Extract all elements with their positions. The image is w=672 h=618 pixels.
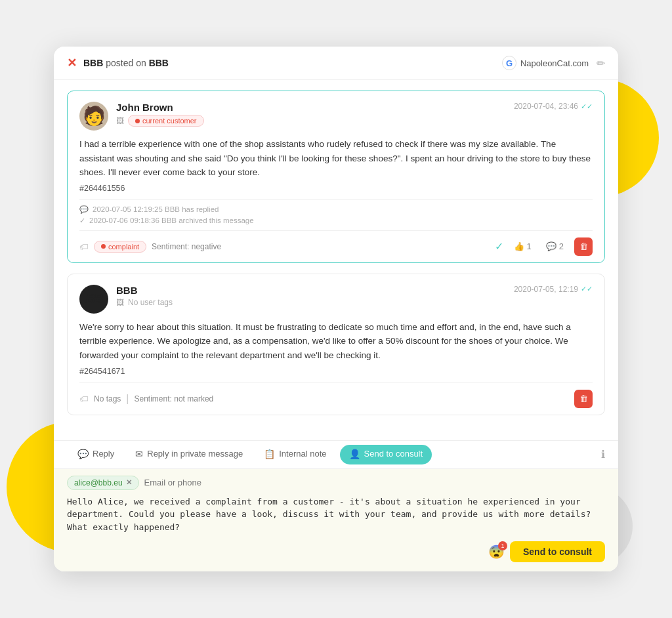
message-card-2: BB BBB 🖼 No user tags 2020-07-05, 12:19 … bbox=[67, 274, 605, 415]
msg1-footer: 🏷 complaint Sentiment: negative ✓ 👍 1 💬 bbox=[79, 230, 593, 262]
msg1-meta: 🖼 current customer bbox=[116, 115, 204, 127]
msg1-actions: ✓ 👍 1 💬 2 🗑 bbox=[495, 237, 593, 256]
reply-tab-icon: 💬 bbox=[77, 449, 89, 459]
comment-count: 2 bbox=[559, 241, 564, 251]
msg1-activity: 💬 2020-07-05 12:19:25 BBB has replied ✓ … bbox=[79, 199, 593, 230]
msg1-author: John Brown bbox=[116, 102, 204, 113]
emoji-badge: 1 bbox=[498, 541, 507, 550]
reply-activity-icon: 💬 bbox=[79, 205, 89, 214]
check-action[interactable]: ✓ bbox=[495, 240, 503, 253]
msg2-sentiment: Sentiment: not marked bbox=[135, 394, 214, 403]
msg2-meta: 🖼 No user tags bbox=[116, 298, 173, 307]
image-icon-2: 🖼 bbox=[116, 298, 124, 307]
comment-icon: 💬 bbox=[546, 241, 556, 251]
header-left: ✕ BBB posted on BBB bbox=[67, 56, 169, 70]
edit-icon[interactable]: ✏ bbox=[597, 57, 605, 70]
emoji-area: 😨 1 bbox=[488, 544, 505, 560]
close-icon[interactable]: ✕ bbox=[67, 56, 77, 70]
tag-dot bbox=[101, 244, 106, 249]
msg1-user: 🧑 John Brown 🖼 current customer bbox=[79, 102, 204, 131]
customer-dot bbox=[135, 119, 140, 123]
msg1-hash: #264461556 bbox=[79, 184, 593, 193]
card-header: ✕ BBB posted on BBB G NapoleonCat.com ✏ bbox=[54, 47, 618, 80]
header-title-bbb1: BBB bbox=[83, 58, 103, 68]
msg2-author: BBB bbox=[116, 285, 173, 296]
trash-icon-2: 🗑 bbox=[579, 394, 588, 403]
card-content: 🧑 John Brown 🖼 current customer bbox=[54, 80, 618, 440]
delete-btn-1[interactable]: 🗑 bbox=[574, 237, 593, 256]
msg2-user-info: BBB 🖼 No user tags bbox=[116, 285, 173, 307]
email-chip-text: alice@bbb.eu bbox=[74, 478, 123, 487]
tab-reply-label: Reply bbox=[93, 449, 114, 459]
napoleoncat-logo: G NapoleonCat.com bbox=[502, 56, 589, 70]
image-icon: 🖼 bbox=[116, 116, 124, 125]
note-tab-icon: 📋 bbox=[264, 449, 275, 459]
msg2-user: BB BBB 🖼 No user tags bbox=[79, 285, 173, 314]
header-right: G NapoleonCat.com ✏ bbox=[502, 56, 605, 70]
delete-btn-2[interactable]: 🗑 bbox=[574, 390, 593, 408]
complaint-tag: complaint bbox=[94, 241, 146, 253]
trash-icon-1: 🗑 bbox=[579, 241, 588, 251]
message-card-1: 🧑 John Brown 🖼 current customer bbox=[67, 91, 605, 263]
thumbs-up-icon: 👍 bbox=[514, 241, 524, 251]
msg2-time: 2020-07-05, 12:19 ✓✓ bbox=[514, 285, 593, 294]
activity-replied: 💬 2020-07-05 12:19:25 BBB has replied bbox=[79, 205, 593, 214]
header-title: BBB posted on BBB bbox=[83, 58, 169, 68]
msg1-read-icon: ✓✓ bbox=[581, 102, 593, 111]
msg1-sentiment: Sentiment: negative bbox=[152, 242, 221, 251]
archive-activity-icon: ✓ bbox=[79, 216, 85, 225]
msg2-hash: #264541671 bbox=[79, 367, 593, 376]
like-count: 1 bbox=[527, 241, 532, 251]
consult-bottom: 😨 1 Send to consult bbox=[67, 541, 605, 562]
header-title-middle: posted on bbox=[103, 58, 148, 68]
consult-tab-icon: 👤 bbox=[349, 449, 360, 459]
customer-badge-label: current customer bbox=[142, 117, 197, 125]
tab-private-label: Reply in private message bbox=[147, 449, 243, 459]
google-icon: G bbox=[502, 56, 516, 70]
avatar-john: 🧑 bbox=[79, 102, 108, 131]
consult-area: alice@bbb.eu ✕ Hello Alice, we received … bbox=[54, 468, 618, 572]
email-chip[interactable]: alice@bbb.eu ✕ bbox=[67, 476, 139, 490]
msg1-time: 2020-07-04, 23:46 ✓✓ bbox=[514, 102, 593, 111]
activity-archived-text: 2020-07-06 09:18:36 BBB archived this me… bbox=[89, 216, 254, 224]
tag-icon: 🏷 bbox=[79, 241, 89, 252]
email-chip-close[interactable]: ✕ bbox=[126, 478, 132, 487]
msg2-footer: 🏷 No tags | Sentiment: not marked 🗑 bbox=[79, 382, 593, 415]
msg2-read-icon: ✓✓ bbox=[581, 285, 593, 293]
tab-reply[interactable]: 💬 Reply bbox=[67, 441, 125, 468]
tab-note[interactable]: 📋 Internal note bbox=[253, 441, 337, 468]
bbb-logo-text: BB bbox=[86, 291, 102, 306]
msg1-user-info: John Brown 🖼 current customer bbox=[116, 102, 204, 127]
msg2-body: We're sorry to hear about this situation… bbox=[79, 320, 593, 363]
msg1-header: 🧑 John Brown 🖼 current customer bbox=[79, 102, 593, 131]
no-tags-label: No tags bbox=[94, 394, 121, 403]
tag-label: complaint bbox=[108, 243, 139, 251]
tab-note-label: Internal note bbox=[279, 449, 326, 459]
like-btn[interactable]: 👍 1 bbox=[510, 240, 536, 253]
tab-consult-label: Send to consult bbox=[364, 449, 423, 459]
private-tab-icon: ✉ bbox=[135, 449, 143, 459]
msg1-tags: 🏷 complaint Sentiment: negative bbox=[79, 241, 221, 253]
info-icon[interactable]: ℹ bbox=[601, 448, 605, 461]
avatar-person-icon: 🧑 bbox=[83, 107, 106, 125]
tab-consult[interactable]: 👤 Send to consult bbox=[340, 445, 432, 464]
tab-bar: 💬 Reply ✉ Reply in private message 📋 Int… bbox=[54, 440, 618, 468]
activity-replied-text: 2020-07-05 12:19:25 BBB has replied bbox=[93, 205, 219, 213]
msg2-header: BB BBB 🖼 No user tags 2020-07-05, 12:19 … bbox=[79, 285, 593, 314]
emoji-btn[interactable]: 😨 1 bbox=[488, 544, 505, 560]
email-row: alice@bbb.eu ✕ bbox=[67, 476, 605, 490]
main-card: ✕ BBB posted on BBB G NapoleonCat.com ✏ … bbox=[54, 47, 618, 571]
msg2-tags: 🏷 No tags | Sentiment: not marked bbox=[79, 393, 213, 405]
tag-icon-2: 🏷 bbox=[79, 394, 89, 404]
no-user-tags: No user tags bbox=[128, 298, 173, 307]
send-consult-button[interactable]: Send to consult bbox=[510, 541, 605, 562]
comment-btn[interactable]: 💬 2 bbox=[542, 240, 568, 253]
consult-message[interactable]: Hello Alice, we received a complaint fro… bbox=[67, 495, 605, 534]
customer-badge: current customer bbox=[128, 115, 204, 127]
msg1-timestamp: 2020-07-04, 23:46 bbox=[514, 102, 578, 111]
msg2-actions: 🗑 bbox=[574, 390, 593, 408]
tab-private[interactable]: ✉ Reply in private message bbox=[125, 441, 253, 468]
avatar-bbb: BB bbox=[79, 285, 108, 314]
email-input[interactable] bbox=[144, 478, 605, 487]
header-title-bbb2: BBB bbox=[149, 58, 169, 68]
